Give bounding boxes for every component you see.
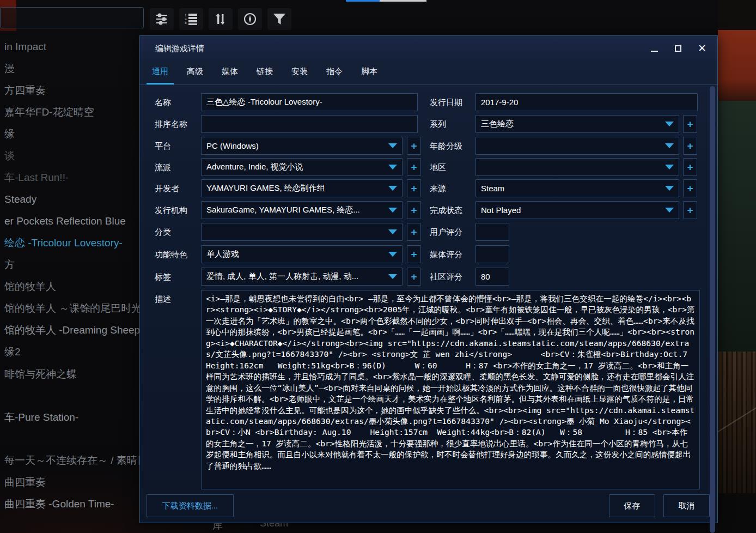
genres-add-button[interactable]: +: [407, 158, 421, 176]
list-item[interactable]: er Pockets Reflection Blue: [4, 214, 126, 228]
critic-score-input[interactable]: [476, 246, 509, 263]
platform-dropdown[interactable]: PC (Windows): [201, 137, 403, 155]
tab-links[interactable]: 链接: [251, 60, 278, 84]
close-icon: ✕: [698, 43, 706, 53]
list-item[interactable]: 每一天～不连续存在～ / 素晴日: [4, 453, 139, 468]
view-options-icon: [155, 13, 168, 25]
group-by-button[interactable]: 1 a b: [179, 8, 203, 30]
svg-text:b: b: [185, 21, 187, 25]
publishers-dropdown[interactable]: SakuraGame, YAMAYURI GAMES, 绘恋...: [201, 201, 403, 219]
list-item[interactable]: 缘2: [4, 345, 21, 359]
region-label: 地区: [430, 158, 446, 176]
tab-actions[interactable]: 指令: [321, 60, 348, 84]
search-box[interactable]: [0, 7, 144, 28]
publishers-add-button[interactable]: +: [407, 201, 421, 219]
tab-install[interactable]: 安装: [286, 60, 313, 84]
artwork-top: [718, 0, 756, 30]
dialog-title: 编辑游戏详情: [155, 36, 204, 60]
tab-media[interactable]: 媒体: [216, 60, 243, 84]
list-item[interactable]: 馆的牧羊人 -Dreaming Sheep-: [4, 323, 139, 337]
list-item[interactable]: 车-Pure Station-: [4, 410, 78, 425]
developers-dropdown[interactable]: YAMAYURI GAMES, 绘恋制作组: [201, 179, 403, 197]
toolbar: 1 a b: [150, 8, 291, 30]
list-item[interactable]: in Impact: [4, 40, 46, 54]
sort-order-button[interactable]: [209, 8, 233, 30]
dialog-titlebar[interactable]: 编辑游戏详情 ✕: [140, 36, 717, 60]
features-dropdown[interactable]: 单人游戏: [201, 245, 403, 263]
filter-icon: [273, 13, 286, 25]
series-add-button[interactable]: +: [683, 115, 697, 133]
list-item-selected[interactable]: 绘恋 -Tricolour Lovestory-: [4, 236, 123, 250]
description-textarea[interactable]: <i>—那是，朝思夜想也未尝得到的自由<br> —那是，至今为止都不曾体会的懵懂…: [201, 290, 700, 489]
series-value: 三色绘恋: [476, 119, 665, 129]
top-sliver-accent: [346, 0, 380, 2]
description-label: 描述: [155, 290, 171, 308]
name-input[interactable]: [202, 94, 417, 111]
critic-score-label: 媒体评分: [430, 245, 462, 263]
categories-dropdown[interactable]: [201, 223, 403, 241]
series-dropdown[interactable]: 三色绘恋: [475, 115, 679, 133]
source-add-button[interactable]: +: [683, 179, 697, 197]
features-add-button[interactable]: +: [407, 245, 421, 263]
list-item[interactable]: 缘: [4, 127, 15, 141]
save-button[interactable]: 保存: [609, 494, 655, 517]
maximize-button[interactable]: [670, 41, 686, 56]
user-score-field-wrap: [475, 223, 509, 241]
release-date-label: 发行日期: [430, 93, 462, 111]
tab-advanced[interactable]: 高级: [181, 60, 209, 84]
name-label: 名称: [155, 93, 171, 111]
explorer-button[interactable]: [238, 8, 262, 30]
game-list-sidebar: in Impact 漫 方四重奏 嘉年华FD-花绽晴空 缘 谈 车-Last R…: [0, 31, 139, 533]
platform-add-button[interactable]: +: [407, 137, 421, 155]
list-item[interactable]: 曲四重奏 -Golden Time-: [4, 497, 114, 511]
community-score-input[interactable]: [476, 268, 509, 285]
minimize-button[interactable]: [647, 41, 662, 56]
completion-status-label: 完成状态: [430, 201, 462, 219]
release-date-input[interactable]: [476, 94, 697, 111]
list-item[interactable]: 车-Last Run!!-: [4, 171, 69, 185]
search-input[interactable]: [1, 8, 143, 28]
download-metadata-button[interactable]: 下载资料数据...: [147, 494, 234, 517]
chevron-down-icon: [665, 165, 674, 169]
age-rating-dropdown[interactable]: [475, 137, 679, 155]
tab-general[interactable]: 通用: [147, 60, 174, 84]
list-item[interactable]: 漫: [4, 62, 15, 76]
list-item[interactable]: 嘉年华FD-花绽晴空: [4, 105, 94, 119]
genres-label: 流派: [155, 158, 171, 176]
list-item[interactable]: 馆的牧羊人 ～课馀的尾巴时光～: [4, 301, 139, 316]
list-item[interactable]: 方: [4, 258, 15, 272]
tags-add-button[interactable]: +: [407, 268, 421, 286]
age-rating-add-button[interactable]: +: [683, 137, 697, 155]
name-field-wrap: [201, 93, 418, 111]
background-artwork: [718, 0, 756, 533]
cancel-button[interactable]: 取消: [663, 494, 710, 517]
source-dropdown[interactable]: Steam: [475, 179, 679, 197]
sort-name-input[interactable]: [202, 116, 417, 132]
compass-icon: [243, 13, 257, 26]
completion-status-add-button[interactable]: +: [683, 201, 697, 219]
list-item[interactable]: 方四重奏: [4, 83, 46, 98]
region-add-button[interactable]: +: [683, 158, 697, 176]
chevron-down-icon: [665, 122, 674, 126]
tags-dropdown[interactable]: 爱情, 成人, 单人, 第一人称射击, 动漫, 动...: [201, 268, 403, 286]
tab-scripts[interactable]: 脚本: [356, 60, 383, 84]
completion-status-dropdown[interactable]: Not Played: [475, 201, 679, 219]
vertical-scrollbar-thumb[interactable]: [710, 86, 715, 533]
genres-dropdown[interactable]: Adventure, Indie, 视觉小说: [201, 158, 403, 176]
categories-add-button[interactable]: +: [407, 223, 421, 241]
view-options-button[interactable]: [150, 8, 174, 30]
list-item[interactable]: 曲四重奏: [4, 475, 46, 489]
chevron-down-icon: [665, 208, 674, 213]
filter-button[interactable]: [267, 8, 291, 30]
region-dropdown[interactable]: [475, 158, 679, 176]
close-button[interactable]: ✕: [694, 41, 710, 56]
list-item[interactable]: Steady: [4, 192, 36, 207]
list-item[interactable]: 谈: [4, 149, 15, 163]
list-item[interactable]: 啡馆与死神之蝶: [4, 367, 77, 381]
chevron-down-icon: [665, 186, 674, 191]
developers-add-button[interactable]: +: [407, 179, 421, 197]
list-item[interactable]: 馆的牧羊人: [4, 280, 56, 294]
chevron-down-icon: [388, 208, 397, 213]
user-score-input[interactable]: [476, 223, 509, 240]
chevron-down-icon: [388, 252, 397, 257]
